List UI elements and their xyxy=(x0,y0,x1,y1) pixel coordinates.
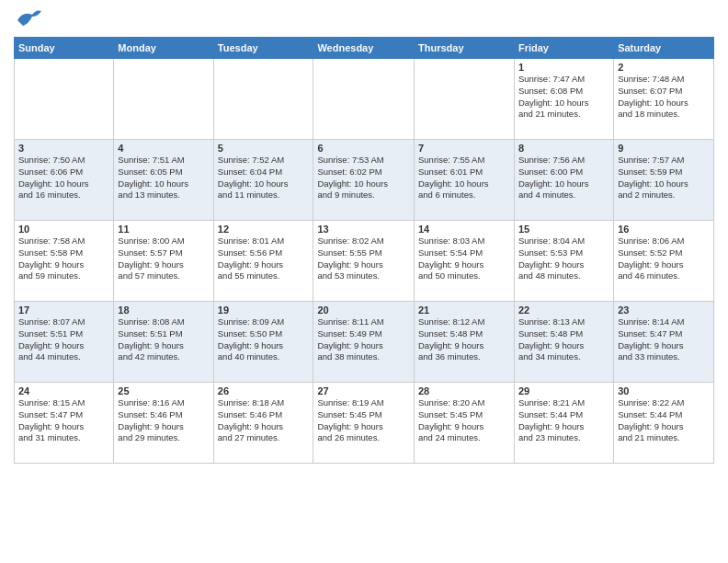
day-info: Sunrise: 7:51 AM Sunset: 6:05 PM Dayligh… xyxy=(118,155,209,201)
day-info: Sunrise: 8:07 AM Sunset: 5:51 PM Dayligh… xyxy=(18,316,109,363)
day-info: Sunrise: 8:04 AM Sunset: 5:53 PM Dayligh… xyxy=(518,236,609,282)
day-number: 9 xyxy=(618,143,710,154)
calendar-cell xyxy=(415,59,515,140)
calendar-cell xyxy=(114,59,213,140)
weekday-header-row: SundayMondayTuesdayWednesdayThursdayFrid… xyxy=(15,38,714,59)
weekday-header-tuesday: Tuesday xyxy=(213,38,313,59)
day-number: 22 xyxy=(518,304,609,316)
weekday-header-wednesday: Wednesday xyxy=(313,38,415,59)
calendar-cell: 23Sunrise: 8:14 AM Sunset: 5:47 PM Dayli… xyxy=(614,302,714,383)
calendar-cell xyxy=(313,59,415,140)
day-number: 21 xyxy=(418,304,510,316)
day-info: Sunrise: 8:08 AM Sunset: 5:51 PM Dayligh… xyxy=(118,316,209,363)
calendar-cell: 13Sunrise: 8:02 AM Sunset: 5:55 PM Dayli… xyxy=(313,221,415,302)
day-number: 18 xyxy=(118,304,209,316)
calendar-cell: 14Sunrise: 8:03 AM Sunset: 5:54 PM Dayli… xyxy=(415,221,515,302)
day-info: Sunrise: 7:56 AM Sunset: 6:00 PM Dayligh… xyxy=(518,155,609,201)
day-info: Sunrise: 7:50 AM Sunset: 6:06 PM Dayligh… xyxy=(18,155,109,201)
calendar-cell: 18Sunrise: 8:08 AM Sunset: 5:51 PM Dayli… xyxy=(114,302,213,383)
calendar-cell: 7Sunrise: 7:55 AM Sunset: 6:01 PM Daylig… xyxy=(415,140,515,221)
day-info: Sunrise: 7:53 AM Sunset: 6:02 PM Dayligh… xyxy=(317,155,410,201)
day-info: Sunrise: 8:19 AM Sunset: 5:45 PM Dayligh… xyxy=(317,397,410,444)
day-info: Sunrise: 8:02 AM Sunset: 5:55 PM Dayligh… xyxy=(317,236,410,282)
day-number: 7 xyxy=(418,143,510,154)
day-info: Sunrise: 8:16 AM Sunset: 5:46 PM Dayligh… xyxy=(118,397,209,444)
weekday-header-thursday: Thursday xyxy=(415,38,515,59)
calendar-cell: 28Sunrise: 8:20 AM Sunset: 5:45 PM Dayli… xyxy=(415,383,515,464)
calendar-cell: 1Sunrise: 7:47 AM Sunset: 6:08 PM Daylig… xyxy=(514,59,613,140)
calendar-cell: 9Sunrise: 7:57 AM Sunset: 5:59 PM Daylig… xyxy=(614,140,714,221)
header xyxy=(14,9,714,33)
weekday-header-sunday: Sunday xyxy=(15,38,114,59)
calendar-cell: 26Sunrise: 8:18 AM Sunset: 5:46 PM Dayli… xyxy=(213,383,313,464)
day-number: 19 xyxy=(218,304,310,316)
calendar-cell xyxy=(15,59,114,140)
day-info: Sunrise: 8:09 AM Sunset: 5:50 PM Dayligh… xyxy=(218,316,310,363)
weekday-header-monday: Monday xyxy=(114,38,213,59)
calendar-cell: 15Sunrise: 8:04 AM Sunset: 5:53 PM Dayli… xyxy=(514,221,613,302)
day-info: Sunrise: 8:14 AM Sunset: 5:47 PM Dayligh… xyxy=(618,316,710,363)
day-number: 13 xyxy=(317,224,410,235)
day-info: Sunrise: 8:18 AM Sunset: 5:46 PM Dayligh… xyxy=(218,397,310,444)
day-info: Sunrise: 8:12 AM Sunset: 5:48 PM Dayligh… xyxy=(418,316,510,363)
calendar-week-row: 17Sunrise: 8:07 AM Sunset: 5:51 PM Dayli… xyxy=(15,302,714,383)
calendar-cell: 10Sunrise: 7:58 AM Sunset: 5:58 PM Dayli… xyxy=(15,221,114,302)
calendar-cell: 25Sunrise: 8:16 AM Sunset: 5:46 PM Dayli… xyxy=(114,383,213,464)
calendar-cell: 6Sunrise: 7:53 AM Sunset: 6:02 PM Daylig… xyxy=(313,140,415,221)
day-number: 26 xyxy=(218,385,310,396)
calendar-week-row: 24Sunrise: 8:15 AM Sunset: 5:47 PM Dayli… xyxy=(15,383,714,464)
day-number: 20 xyxy=(317,304,410,316)
day-number: 6 xyxy=(317,143,410,154)
calendar-cell: 3Sunrise: 7:50 AM Sunset: 6:06 PM Daylig… xyxy=(15,140,114,221)
calendar-cell: 2Sunrise: 7:48 AM Sunset: 6:07 PM Daylig… xyxy=(614,59,714,140)
day-info: Sunrise: 8:03 AM Sunset: 5:54 PM Dayligh… xyxy=(418,236,510,282)
day-info: Sunrise: 7:52 AM Sunset: 6:04 PM Dayligh… xyxy=(218,155,310,201)
day-number: 15 xyxy=(518,224,609,235)
day-number: 29 xyxy=(518,385,609,396)
day-number: 12 xyxy=(218,224,310,235)
day-number: 11 xyxy=(118,224,209,235)
calendar-cell: 24Sunrise: 8:15 AM Sunset: 5:47 PM Dayli… xyxy=(15,383,114,464)
day-info: Sunrise: 7:57 AM Sunset: 5:59 PM Dayligh… xyxy=(618,155,710,201)
day-number: 27 xyxy=(317,385,410,396)
calendar-week-row: 1Sunrise: 7:47 AM Sunset: 6:08 PM Daylig… xyxy=(15,59,714,140)
day-number: 28 xyxy=(418,385,510,396)
day-info: Sunrise: 7:55 AM Sunset: 6:01 PM Dayligh… xyxy=(418,155,510,201)
day-info: Sunrise: 8:20 AM Sunset: 5:45 PM Dayligh… xyxy=(418,397,510,444)
weekday-header-saturday: Saturday xyxy=(614,38,714,59)
calendar-cell: 11Sunrise: 8:00 AM Sunset: 5:57 PM Dayli… xyxy=(114,221,213,302)
day-number: 1 xyxy=(518,62,609,73)
calendar-cell: 20Sunrise: 8:11 AM Sunset: 5:49 PM Dayli… xyxy=(313,302,415,383)
day-info: Sunrise: 8:21 AM Sunset: 5:44 PM Dayligh… xyxy=(518,397,609,444)
calendar-cell xyxy=(213,59,313,140)
calendar-cell: 22Sunrise: 8:13 AM Sunset: 5:48 PM Dayli… xyxy=(514,302,613,383)
day-info: Sunrise: 8:11 AM Sunset: 5:49 PM Dayligh… xyxy=(317,316,410,363)
day-number: 14 xyxy=(418,224,510,235)
calendar-cell: 30Sunrise: 8:22 AM Sunset: 5:44 PM Dayli… xyxy=(614,383,714,464)
day-number: 17 xyxy=(18,304,109,316)
day-number: 30 xyxy=(618,385,710,396)
logo-bird-icon xyxy=(16,7,43,33)
day-number: 8 xyxy=(518,143,609,154)
day-number: 10 xyxy=(18,224,109,235)
day-number: 16 xyxy=(618,224,710,235)
day-number: 4 xyxy=(118,143,209,154)
day-number: 5 xyxy=(218,143,310,154)
day-info: Sunrise: 8:00 AM Sunset: 5:57 PM Dayligh… xyxy=(118,236,209,282)
day-number: 24 xyxy=(18,385,109,396)
day-info: Sunrise: 8:06 AM Sunset: 5:52 PM Dayligh… xyxy=(618,236,710,282)
calendar-week-row: 3Sunrise: 7:50 AM Sunset: 6:06 PM Daylig… xyxy=(15,140,714,221)
calendar-cell: 4Sunrise: 7:51 AM Sunset: 6:05 PM Daylig… xyxy=(114,140,213,221)
day-info: Sunrise: 8:22 AM Sunset: 5:44 PM Dayligh… xyxy=(618,397,710,444)
day-number: 2 xyxy=(618,62,710,73)
day-number: 3 xyxy=(18,143,109,154)
logo xyxy=(14,17,43,33)
calendar-cell: 29Sunrise: 8:21 AM Sunset: 5:44 PM Dayli… xyxy=(514,383,613,464)
calendar-cell: 16Sunrise: 8:06 AM Sunset: 5:52 PM Dayli… xyxy=(614,221,714,302)
day-number: 25 xyxy=(118,385,209,396)
calendar-week-row: 10Sunrise: 7:58 AM Sunset: 5:58 PM Dayli… xyxy=(15,221,714,302)
day-info: Sunrise: 7:47 AM Sunset: 6:08 PM Dayligh… xyxy=(518,74,609,121)
day-info: Sunrise: 7:48 AM Sunset: 6:07 PM Dayligh… xyxy=(618,74,710,121)
calendar-table: SundayMondayTuesdayWednesdayThursdayFrid… xyxy=(14,37,714,464)
day-info: Sunrise: 7:58 AM Sunset: 5:58 PM Dayligh… xyxy=(18,236,109,282)
